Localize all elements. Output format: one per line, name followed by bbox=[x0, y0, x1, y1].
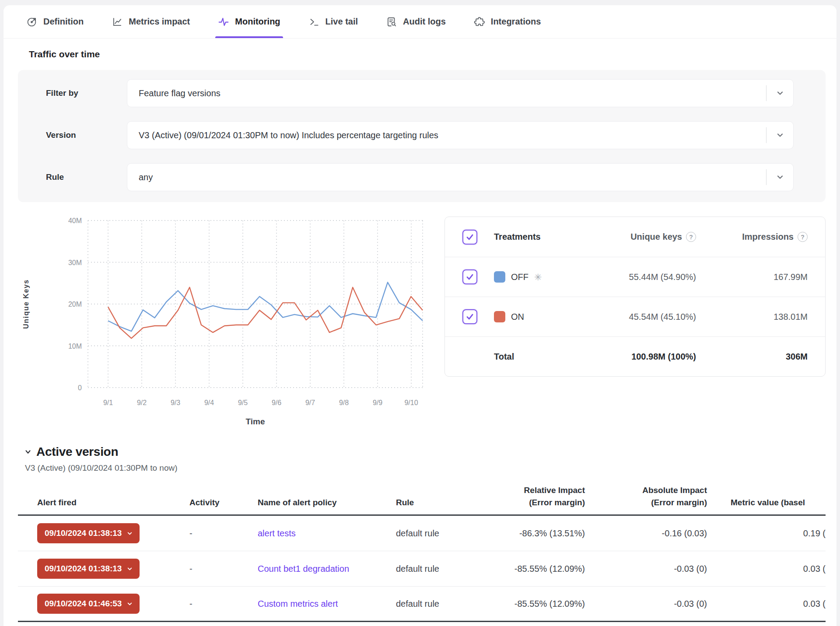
tab-audit-logs-label: Audit logs bbox=[403, 17, 446, 27]
svg-text:9/8: 9/8 bbox=[339, 399, 349, 406]
alerts-table: Alert fired Activity Name of alert polic… bbox=[18, 484, 826, 622]
total-unique-keys: 100.98M (100%) bbox=[598, 352, 696, 362]
svg-text:20M: 20M bbox=[68, 301, 82, 308]
content: Traffic over time Filter by Feature flag… bbox=[4, 49, 836, 622]
monitoring-icon bbox=[218, 16, 229, 28]
chevron-down-icon bbox=[776, 89, 784, 98]
alert-metric-value: 0.03 ( bbox=[707, 564, 826, 574]
svg-text:40M: 40M bbox=[68, 217, 82, 224]
alert-row-1: 09/10/2024 01:38:13 - alert tests defaul… bbox=[18, 516, 826, 551]
alert-metric-value: 0.03 ( bbox=[707, 599, 826, 609]
version-select[interactable]: V3 (Active) (09/01/2024 01:30PM to now) … bbox=[127, 121, 794, 149]
tab-metrics-impact-label: Metrics impact bbox=[129, 17, 190, 27]
svg-text:Unique Keys: Unique Keys bbox=[22, 279, 30, 329]
tab-metrics-impact[interactable]: Metrics impact bbox=[112, 5, 190, 38]
alert-rule: default rule bbox=[396, 599, 482, 609]
svg-text:30M: 30M bbox=[68, 259, 82, 266]
main-card: Definition Metrics impact Monitoring Liv… bbox=[4, 5, 836, 626]
alert-fired-timestamp: 09/10/2024 01:38:13 bbox=[45, 564, 122, 574]
alert-policy-link[interactable]: Count bet1 degradation bbox=[258, 564, 396, 574]
col-relative-impact-line1: Relative Impact bbox=[524, 486, 585, 495]
col-rule: Rule bbox=[396, 497, 482, 509]
chevron-down-icon bbox=[126, 566, 133, 572]
treatment-on-checkbox[interactable] bbox=[462, 309, 477, 324]
col-relative-impact: Relative Impact (Error margin) bbox=[482, 484, 585, 508]
treatment-row-on: ON 45.54M (45.10%) 138.01M bbox=[445, 297, 825, 336]
tab-integrations-label: Integrations bbox=[491, 17, 541, 27]
rule-label: Rule bbox=[46, 172, 127, 182]
chart-and-treatments: 010M20M30M40M9/19/29/39/49/59/69/79/89/9… bbox=[18, 213, 826, 432]
alert-policy-link[interactable]: Custom metrics alert bbox=[258, 599, 396, 609]
col-absolute-impact-line2: (Error margin) bbox=[651, 498, 707, 507]
active-version-title: Active version bbox=[36, 445, 118, 459]
alert-rule: default rule bbox=[396, 564, 482, 574]
filter-by-select[interactable]: Feature flag versions bbox=[127, 79, 794, 107]
definition-icon bbox=[26, 16, 38, 28]
alert-fired-badge[interactable]: 09/10/2024 01:46:53 bbox=[37, 594, 140, 614]
filter-by-chevron-button[interactable] bbox=[766, 85, 793, 101]
tab-definition-label: Definition bbox=[43, 17, 84, 27]
svg-text:9/9: 9/9 bbox=[373, 399, 382, 406]
svg-text:9/6: 9/6 bbox=[272, 399, 281, 406]
filter-row-rule: Rule any bbox=[46, 163, 794, 191]
tab-audit-logs[interactable]: Audit logs bbox=[386, 5, 446, 38]
alert-relative-impact: -85.55% (12.09%) bbox=[482, 599, 585, 609]
treatment-off-checkbox[interactable] bbox=[462, 269, 477, 284]
on-impressions: 138.01M bbox=[696, 312, 808, 322]
col-absolute-impact-line1: Absolute Impact bbox=[642, 486, 707, 495]
tab-live-tail[interactable]: Live tail bbox=[308, 5, 358, 38]
active-tab-underline bbox=[215, 36, 283, 38]
treatments-table: Treatments Unique keys ? Impressions ? bbox=[444, 217, 826, 377]
tab-monitoring[interactable]: Monitoring bbox=[218, 5, 280, 38]
alert-activity: - bbox=[189, 564, 258, 574]
col-relative-impact-line2: (Error margin) bbox=[529, 498, 585, 507]
col-absolute-impact: Absolute Impact (Error margin) bbox=[585, 484, 707, 508]
rule-chevron-button[interactable] bbox=[766, 169, 793, 185]
treatment-off-label: OFF bbox=[511, 272, 528, 282]
audit-logs-icon bbox=[386, 16, 397, 28]
active-version-section: Active version V3 (Active) (09/10/2024 0… bbox=[24, 445, 826, 473]
col-alert-fired: Alert fired bbox=[37, 497, 189, 509]
rule-value: any bbox=[127, 164, 766, 191]
alert-row-3: 09/10/2024 01:46:53 - Custom metrics ale… bbox=[18, 587, 826, 622]
alert-absolute-impact: -0.03 (0) bbox=[585, 599, 707, 609]
checkmark-icon bbox=[465, 312, 475, 322]
alert-fired-timestamp: 09/10/2024 01:38:13 bbox=[45, 528, 122, 538]
impressions-help-icon[interactable]: ? bbox=[798, 232, 808, 242]
off-impressions: 167.99M bbox=[696, 272, 808, 282]
off-series-swatch bbox=[494, 271, 505, 283]
unique-keys-header: Unique keys ? bbox=[598, 232, 696, 242]
impressions-header: Impressions ? bbox=[696, 232, 808, 242]
rule-select[interactable]: any bbox=[127, 163, 794, 191]
active-version-toggle[interactable]: Active version bbox=[24, 445, 826, 459]
alert-fired-timestamp: 09/10/2024 01:46:53 bbox=[45, 599, 122, 609]
filter-by-value: Feature flag versions bbox=[127, 80, 766, 107]
chevron-down-icon bbox=[776, 131, 784, 140]
chevron-down-icon bbox=[24, 448, 32, 456]
tab-integrations[interactable]: Integrations bbox=[474, 5, 541, 38]
live-tail-icon bbox=[308, 16, 320, 28]
tab-bar: Definition Metrics impact Monitoring Liv… bbox=[4, 5, 836, 38]
svg-text:9/7: 9/7 bbox=[305, 399, 315, 406]
tab-monitoring-label: Monitoring bbox=[235, 17, 280, 27]
version-chevron-button[interactable] bbox=[766, 127, 793, 143]
traffic-chart-svg: 010M20M30M40M9/19/29/39/49/59/69/79/89/9… bbox=[18, 213, 434, 430]
alert-policy-link[interactable]: alert tests bbox=[258, 528, 396, 539]
filter-by-label: Filter by bbox=[46, 88, 127, 98]
svg-text:9/4: 9/4 bbox=[204, 399, 214, 406]
unique-keys-help-icon[interactable]: ? bbox=[686, 232, 696, 242]
total-label: Total bbox=[494, 352, 598, 362]
alert-rule: default rule bbox=[396, 528, 482, 539]
treatment-row-off: OFF ✳ 55.44M (54.90%) 167.99M bbox=[445, 257, 825, 297]
col-activity: Activity bbox=[189, 497, 258, 509]
filter-row-filter-by: Filter by Feature flag versions bbox=[46, 79, 794, 107]
alert-fired-badge[interactable]: 09/10/2024 01:38:13 bbox=[37, 559, 140, 579]
alert-activity: - bbox=[189, 599, 258, 609]
treatments-select-all-checkbox[interactable] bbox=[462, 230, 477, 245]
alert-fired-badge[interactable]: 09/10/2024 01:38:13 bbox=[37, 523, 140, 543]
chevron-down-icon bbox=[126, 530, 133, 537]
alert-relative-impact: -86.3% (13.51%) bbox=[482, 528, 585, 539]
checkmark-icon bbox=[465, 272, 475, 282]
tab-definition[interactable]: Definition bbox=[26, 5, 84, 38]
version-label: Version bbox=[46, 130, 127, 140]
